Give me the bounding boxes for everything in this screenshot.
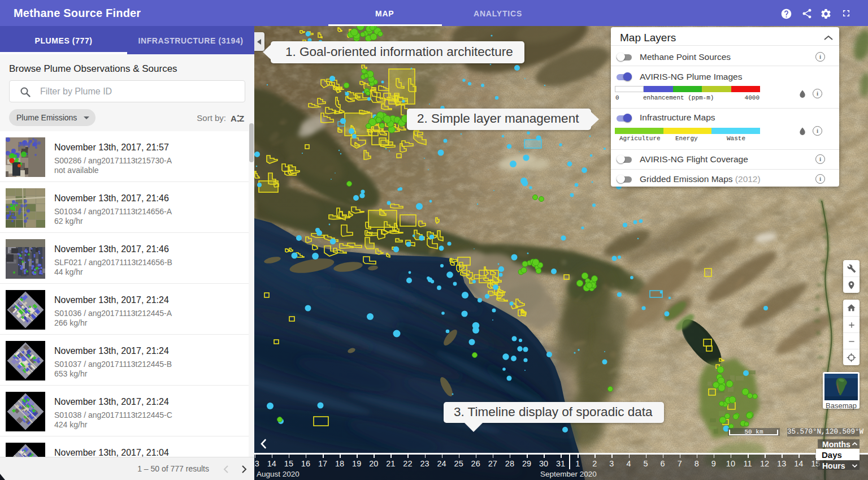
svg-text:Z: Z [239, 114, 244, 123]
svg-text:A: A [231, 114, 237, 123]
